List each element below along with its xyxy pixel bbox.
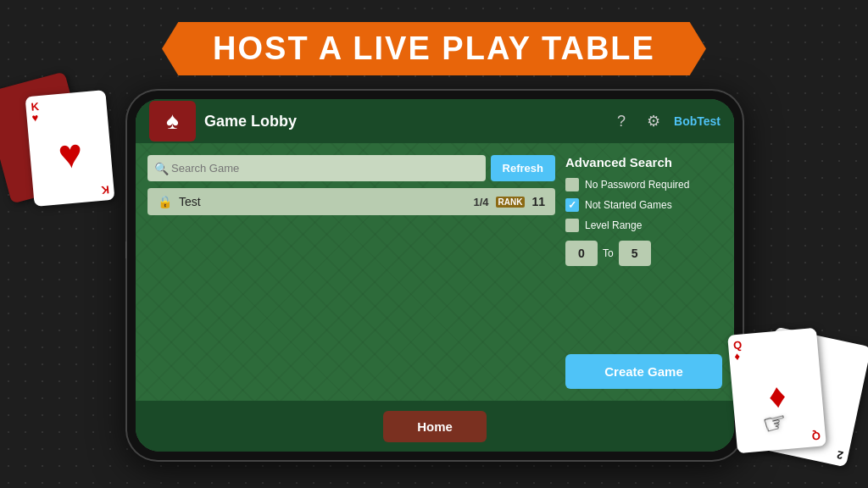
header-title: Game Lobby xyxy=(204,113,609,130)
level-range-label: Level Range xyxy=(585,219,642,231)
rank-badge: RANK xyxy=(496,197,526,208)
level-range-inputs: To xyxy=(565,241,722,266)
table-row[interactable]: 🔒 Test 1/4 RANK 11 xyxy=(147,188,555,215)
banner-title: HOST A LIVE PLAY TABLE xyxy=(213,30,655,66)
search-icon: 🔍 xyxy=(154,162,169,175)
search-input-wrapper: 🔍 xyxy=(147,155,486,181)
search-input[interactable] xyxy=(147,155,486,181)
username-link[interactable]: BobTest xyxy=(674,114,721,128)
bottom-bar: Home xyxy=(136,401,734,452)
refresh-button[interactable]: Refresh xyxy=(491,155,555,181)
card-rank-bot-br2: Q xyxy=(811,430,821,442)
right-panel: Advanced Search No Password Required ✓ N… xyxy=(565,155,722,389)
no-password-checkbox[interactable] xyxy=(565,178,579,191)
level-min-input[interactable] xyxy=(565,241,598,266)
gear-icon: ⚙ xyxy=(647,112,660,130)
home-button[interactable]: Home xyxy=(383,411,487,442)
advanced-search-title: Advanced Search xyxy=(565,155,722,169)
help-button[interactable]: ? xyxy=(609,109,633,133)
rank-number: 11 xyxy=(531,195,545,208)
card-suit-tl2: ♥ xyxy=(32,118,108,191)
filter-row-no-password: No Password Required xyxy=(565,178,722,191)
checkmark-icon: ✓ xyxy=(568,199,576,211)
search-bar: 🔍 Refresh xyxy=(147,155,555,181)
main-content: 🔍 Refresh 🔒 Test 1/4 RANK 11 Advanced Se… xyxy=(136,143,734,401)
phone-screen: ♠ Game Lobby ? ⚙ BobTest 🔍 xyxy=(136,99,734,452)
phone-frame: ♠ Game Lobby ? ⚙ BobTest 🔍 xyxy=(125,89,744,462)
level-range-checkbox[interactable] xyxy=(565,219,579,232)
help-icon: ? xyxy=(617,113,626,130)
logo-area: ♠ xyxy=(149,101,196,141)
settings-button[interactable]: ⚙ xyxy=(642,109,665,133)
lock-icon: 🔒 xyxy=(158,195,172,208)
card-decoration-top-left-2: K♥ ♥ K xyxy=(25,90,115,207)
no-password-label: No Password Required xyxy=(585,179,689,191)
header-icons: ? ⚙ BobTest xyxy=(609,109,721,133)
not-started-checkbox[interactable]: ✓ xyxy=(565,198,579,212)
level-to-label: To xyxy=(603,247,614,259)
logo-spade-icon: ♠ xyxy=(166,108,179,135)
filter-row-not-started: ✓ Not Started Games xyxy=(565,198,722,212)
left-panel: 🔍 Refresh 🔒 Test 1/4 RANK 11 xyxy=(147,155,555,389)
card-rank-bot-tl2: K xyxy=(100,184,108,196)
top-banner: HOST A LIVE PLAY TABLE xyxy=(0,0,868,97)
filter-row-level-range: Level Range xyxy=(565,219,722,232)
not-started-label: Not Started Games xyxy=(585,199,672,211)
level-max-input[interactable] xyxy=(619,241,651,266)
card-rank-bot-br1: 2 xyxy=(836,449,844,461)
game-name: Test xyxy=(179,195,466,208)
phone-side-button xyxy=(125,241,126,258)
create-game-button[interactable]: Create Game xyxy=(565,354,722,389)
game-players: 1/4 xyxy=(473,196,488,208)
game-header: ♠ Game Lobby ? ⚙ BobTest xyxy=(136,99,734,143)
banner-shape: HOST A LIVE PLAY TABLE xyxy=(162,22,706,75)
